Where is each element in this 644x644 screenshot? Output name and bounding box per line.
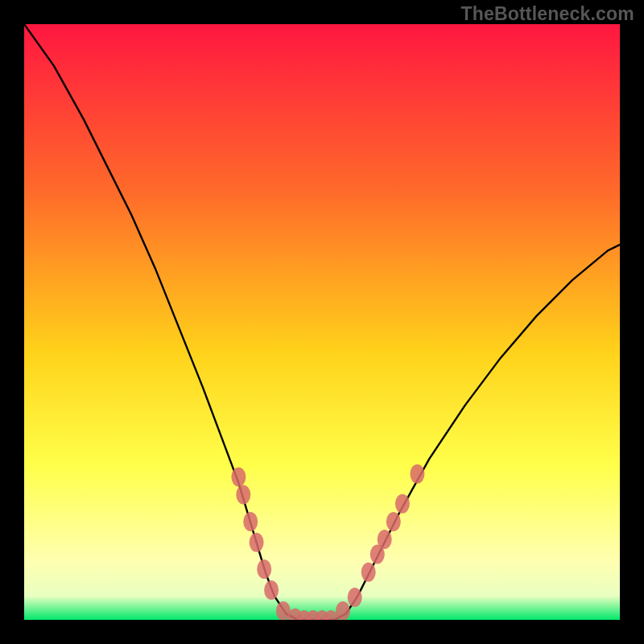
curve-marker: [257, 559, 271, 579]
curve-marker: [250, 533, 264, 552]
curve-marker: [410, 464, 424, 484]
watermark-text: TheBottleneck.com: [460, 3, 634, 25]
curve-marker: [243, 512, 258, 531]
curve-marker: [378, 530, 392, 549]
curve-marker: [386, 512, 401, 531]
curve-marker: [348, 588, 362, 607]
outer-frame: TheBottleneck.com: [0, 0, 644, 644]
plot-area: [24, 24, 620, 620]
curve-marker: [231, 467, 246, 486]
chart-svg: [24, 24, 620, 620]
curve-marker: [336, 601, 350, 620]
curve-marker: [264, 580, 279, 600]
curve-marker: [236, 485, 250, 505]
curve-marker: [395, 494, 410, 514]
curve-marker: [361, 563, 376, 582]
